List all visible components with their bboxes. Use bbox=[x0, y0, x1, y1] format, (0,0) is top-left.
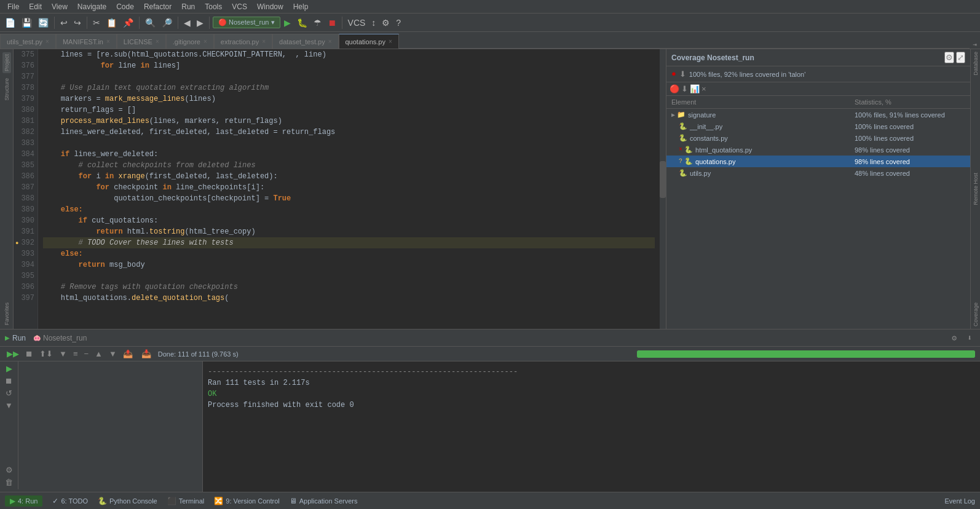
run-expand-all[interactable]: ≡ bbox=[71, 349, 80, 359]
coverage-toolbar-btn1[interactable]: 🔴 bbox=[670, 84, 679, 93]
coverage-row-utils[interactable]: 🐍 utils.py 48% lines covered bbox=[666, 167, 970, 179]
menu-help[interactable]: Help bbox=[288, 2, 314, 11]
status-terminal[interactable]: ⬛ Terminal bbox=[167, 497, 205, 505]
status-event-log[interactable]: Event Log bbox=[944, 497, 975, 505]
run-sort-btn[interactable]: ⬆⬇ bbox=[38, 349, 55, 359]
coverage-toolbar-btn4[interactable]: × bbox=[701, 84, 706, 93]
menu-refactor[interactable]: Refactor bbox=[139, 2, 176, 11]
toolbar-replace[interactable]: 🔎 bbox=[159, 17, 175, 29]
side-run-btn[interactable]: ▶ bbox=[4, 363, 14, 374]
side-filter-btn[interactable]: ▼ bbox=[3, 400, 15, 411]
tab-extraction-close[interactable]: × bbox=[262, 38, 266, 45]
remote-host-panel-icon[interactable]: Remote Host bbox=[973, 173, 979, 205]
toolbar-save[interactable]: 💾 bbox=[19, 17, 34, 29]
side-settings-btn[interactable]: ⚙ bbox=[4, 465, 15, 475]
bottom-tab-nosetest[interactable]: 🐽 Nosetest_run bbox=[33, 334, 87, 342]
coverage-row-html-quotations[interactable]: × 🐍 html_quotations.py 98% lines covered bbox=[666, 144, 970, 156]
menu-window[interactable]: Window bbox=[252, 2, 288, 11]
run-filter-btn[interactable]: ▼ bbox=[57, 349, 69, 359]
code-line-384: if lines_were_deleted: bbox=[43, 149, 655, 160]
tab-quotations[interactable]: quotations.py × bbox=[339, 34, 399, 49]
menu-view[interactable]: View bbox=[47, 2, 73, 11]
side-rerun-btn[interactable]: ↺ bbox=[4, 388, 14, 398]
coverage-row-constants[interactable]: 🐍 constants.py 100% lines covered bbox=[666, 132, 970, 144]
tab-gitignore[interactable]: .gitignore × bbox=[166, 34, 214, 49]
run-import-btn[interactable]: 📥 bbox=[140, 349, 153, 359]
menu-run[interactable]: Run bbox=[176, 2, 200, 11]
panel-favorites-icon[interactable]: Favorites bbox=[2, 301, 11, 327]
tab-dataset-test[interactable]: dataset_test.py × bbox=[272, 34, 338, 49]
status-version-control[interactable]: 🔀 9: Version Control bbox=[214, 497, 279, 505]
code-editor[interactable]: 375 376 377 378 379 380 381 382 383 384 … bbox=[14, 49, 666, 329]
bottom-tab-run[interactable]: ▶ Run bbox=[5, 334, 26, 342]
side-stop-btn[interactable]: ⏹ bbox=[3, 376, 15, 386]
menu-navigate[interactable]: Navigate bbox=[73, 2, 111, 11]
toolbar-forward[interactable]: ▶ bbox=[194, 17, 206, 29]
side-trash-btn[interactable]: 🗑 bbox=[3, 477, 15, 487]
status-python-console[interactable]: 🐍 Python Console bbox=[98, 497, 157, 505]
coverage-expand-btn[interactable]: ⤢ bbox=[956, 52, 965, 63]
toolbar-vcs1[interactable]: VCS bbox=[346, 17, 368, 29]
code-content[interactable]: lines = [re.sub(html_quotations.CHECKPOI… bbox=[38, 49, 660, 329]
tab-dataset-test-close[interactable]: × bbox=[328, 38, 332, 45]
toolbar-vcs2[interactable]: ↕ bbox=[369, 17, 378, 29]
run-export[interactable]: 📤 bbox=[121, 349, 135, 359]
tab-manifest[interactable]: MANIFEST.in × bbox=[56, 34, 117, 49]
bottom-panel-gear[interactable]: ⚙ bbox=[952, 333, 960, 343]
menubar: File Edit View Navigate Code Refactor Ru… bbox=[0, 0, 980, 14]
run-prev-fail[interactable]: ▲ bbox=[93, 349, 105, 359]
coverage-row-signature[interactable]: ▶ 📁 signature 100% files, 91% lines cove… bbox=[666, 109, 970, 120]
tab-quotations-close[interactable]: × bbox=[389, 38, 392, 45]
coverage-panel-header: Coverage Nosetest_run ⚙ ⤢ bbox=[666, 49, 970, 66]
coverage-side-icon[interactable]: Coverage bbox=[973, 302, 979, 326]
toolbar-cut[interactable]: ✂ bbox=[90, 17, 103, 29]
panel-project-icon[interactable]: Project bbox=[2, 52, 11, 73]
coverage-toolbar-btn3[interactable]: 📊 bbox=[690, 84, 700, 93]
toolbar-refresh[interactable]: 🔄 bbox=[36, 17, 51, 29]
bottom-panel-minimize[interactable]: ⬇ bbox=[967, 333, 975, 343]
toolbar-run-btn[interactable]: ▶ bbox=[282, 17, 293, 29]
menu-code[interactable]: Code bbox=[111, 2, 139, 11]
tab-utils-test-close[interactable]: × bbox=[45, 38, 49, 45]
run-stop-btn[interactable]: ⏹ bbox=[23, 349, 35, 359]
status-app-servers[interactable]: 🖥 Application Servers bbox=[290, 497, 358, 505]
code-line-375: lines = [re.sub(html_quotations.CHECKPOI… bbox=[43, 49, 655, 60]
menu-file[interactable]: File bbox=[2, 2, 24, 11]
tab-gitignore-close[interactable]: × bbox=[204, 38, 207, 45]
tab-utils-test[interactable]: utils_test.py × bbox=[0, 34, 56, 49]
menu-vcs[interactable]: VCS bbox=[227, 2, 252, 11]
status-todo[interactable]: ✓ 6: TODO bbox=[52, 497, 88, 505]
tab-extraction[interactable]: extraction.py × bbox=[214, 34, 272, 49]
tab-license[interactable]: LICENSE × bbox=[117, 34, 166, 49]
run-next-fail[interactable]: ▼ bbox=[107, 349, 119, 359]
run-collapse-all[interactable]: − bbox=[82, 349, 90, 359]
toolbar-coverage[interactable]: ☂ bbox=[311, 17, 324, 29]
panel-structure-icon[interactable]: Structure bbox=[2, 76, 11, 103]
run-restart-btn[interactable]: ▶▶ bbox=[5, 349, 21, 359]
coverage-download-btn[interactable]: ⬇ bbox=[679, 69, 686, 79]
toolbar-back[interactable]: ◀ bbox=[181, 17, 193, 29]
coverage-row-quotations[interactable]: ? 🐍 quotations.py 98% lines covered bbox=[666, 156, 970, 167]
tab-manifest-close[interactable]: × bbox=[106, 38, 110, 45]
coverage-gear-btn[interactable]: ⚙ bbox=[944, 52, 954, 63]
coverage-toolbar-btn2[interactable]: ⬇ bbox=[681, 84, 688, 93]
toolbar-debug[interactable]: 🐛 bbox=[294, 17, 310, 29]
toolbar-copy[interactable]: 📋 bbox=[104, 17, 119, 29]
coverage-col-element: Element bbox=[671, 98, 855, 106]
toolbar-settings[interactable]: ⚙ bbox=[379, 17, 392, 29]
menu-tools[interactable]: Tools bbox=[200, 2, 227, 11]
toolbar-find[interactable]: 🔍 bbox=[143, 17, 158, 29]
toolbar-help[interactable]: ? bbox=[393, 17, 403, 29]
database-panel-icon[interactable]: Database bbox=[973, 52, 979, 76]
toolbar-paste[interactable]: 📌 bbox=[121, 17, 136, 29]
bottom-content: ▶ ⏹ ↺ ▼ ⚙ 🗑 ▼ 📁 Test Results ▶ ● tests.s… bbox=[0, 361, 980, 492]
status-run[interactable]: ▶ 4: Run bbox=[5, 495, 42, 507]
menu-edit[interactable]: Edit bbox=[24, 2, 47, 11]
toolbar-run-config[interactable]: 🔴 Nosetest_run ▾ bbox=[213, 17, 280, 28]
tab-license-close[interactable]: × bbox=[156, 38, 159, 45]
toolbar-undo[interactable]: ↩ bbox=[58, 17, 70, 29]
toolbar-new[interactable]: 📄 bbox=[2, 17, 18, 29]
coverage-row-init[interactable]: 🐍 __init__.py 100% lines covered bbox=[666, 120, 970, 132]
toolbar-stop[interactable]: ⏹ bbox=[325, 17, 339, 29]
toolbar-redo[interactable]: ↪ bbox=[71, 17, 84, 29]
